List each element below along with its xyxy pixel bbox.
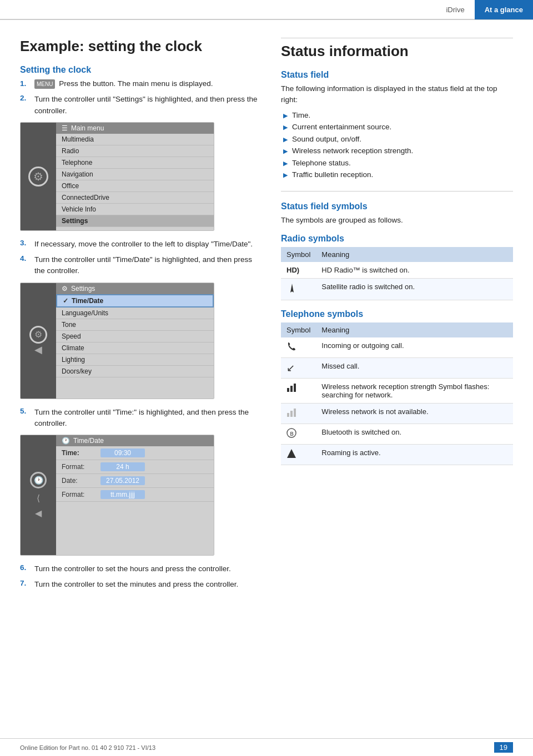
settings-item-timedate: ✓ Time/Date [56, 294, 214, 308]
settings-gear-small: ⚙ [62, 285, 68, 293]
timedate-row-format1: Format: 24 h [56, 460, 214, 474]
timedate-right-panel: 🕐 Time/Date Time: 09:30 Format: 24 h Dat… [56, 435, 214, 555]
step-5-num: 5. [20, 407, 32, 415]
svg-text:ʙ: ʙ [290, 430, 294, 437]
settings-left-panel: ⚙ ◀ [21, 283, 56, 399]
left-column: Example: setting the clock Setting the c… [20, 38, 259, 595]
tel-row-signal: Wireless network reception strength Symb… [281, 379, 513, 404]
radio-col-symbol: Symbol [281, 247, 316, 262]
telephone-symbols-title: Telephone symbols [281, 309, 513, 319]
timedate-bracket-icon: ⟨ [37, 493, 40, 503]
svg-rect-4 [287, 413, 289, 417]
menu-item-connecteddrive: ConnectedDrive [56, 192, 214, 204]
bullet-traffic: ▶ Traffic bulletin reception. [281, 169, 513, 181]
nav-at-a-glance[interactable]: At a glance [475, 0, 533, 19]
bullet-sound: ▶ Sound output, on/off. [281, 133, 513, 145]
timedate-arrow-icon: ◀ [35, 508, 42, 518]
settings-item-lighting: Lighting [56, 354, 214, 366]
page-number: 19 [494, 742, 513, 753]
menu-item-vehicleinfo: Vehicle Info [56, 204, 214, 215]
svg-marker-0 [290, 284, 294, 293]
settings-gear-icon: ⚙ [29, 326, 47, 344]
tel-row-roaming: Roaming is active. [281, 445, 513, 465]
menu-item-telephone: Telephone [56, 157, 214, 169]
nav-idrive[interactable]: iDrive [436, 0, 474, 19]
top-nav: iDrive At a glance [0, 0, 533, 20]
menu-icon: MENU [34, 79, 55, 89]
list-icon: ☰ [62, 124, 68, 132]
step-2-text: Turn the controller until "Settings" is … [34, 94, 259, 117]
step-4-text: Turn the controller until "Time/Date" is… [34, 254, 259, 277]
step-6-wrap: 6. Turn the controller to set the hours … [20, 563, 259, 574]
bullet-wireless: ▶ Wireless network reception strength. [281, 145, 513, 157]
arrow-left-icon: ◀ [34, 344, 42, 356]
status-field-title: Status field [281, 70, 513, 80]
step-3-num: 3. [20, 239, 32, 247]
bullet-arrow-icon-4: ▶ [283, 147, 288, 157]
radio-symbol-satellite [281, 279, 316, 300]
telephone-symbols-table: Symbol Meaning Incoming or outgoing call… [281, 322, 513, 465]
step-3-wrap: 3. If necessary, move the controller to … [20, 239, 259, 250]
checkmark-icon: ✓ [63, 297, 68, 305]
tel-meaning-no-signal: Wireless network is not available. [316, 404, 513, 424]
settings-item-speed: Speed [56, 331, 214, 342]
settings-item-doors: Doors/key [56, 366, 214, 377]
tel-meaning-signal: Wireless network reception strength Symb… [316, 379, 513, 404]
footer-text: Online Edition for Part no. 01 40 2 910 … [20, 744, 155, 751]
settings-header: ⚙ Settings [56, 283, 214, 294]
tel-meaning-bluetooth: Bluetooth is switched on. [316, 424, 513, 445]
status-info-title: Status information [281, 43, 513, 60]
main-menu-screenshot: ⚙ ☰ Main menu Multimedia Radio Telephone… [20, 122, 214, 231]
tel-row-call: Incoming or outgoing call. [281, 337, 513, 358]
tel-symbol-roaming [281, 445, 316, 465]
setting-clock-subtitle: Setting the clock [20, 65, 259, 75]
steps-list: 1. MENU Press the button. The main menu … [20, 78, 259, 89]
settings-item-tone: Tone [56, 319, 214, 331]
radio-meaning-satellite: Satellite radio is switched on. [316, 279, 513, 300]
menu-item-settings: Settings [56, 215, 214, 227]
menu-item-radio: Radio [56, 145, 214, 157]
settings-item-climate: Climate [56, 342, 214, 354]
bullet-arrow-icon-6: ▶ [283, 170, 288, 180]
mid-divider [281, 191, 513, 191]
step-6-num: 6. [20, 563, 32, 572]
radio-symbols-table: Symbol Meaning HD) HD Radio™ is switched… [281, 247, 513, 300]
settings-right-panel: ⚙ Settings ✓ Time/Date Language/Units To… [56, 283, 214, 399]
tel-symbol-bluetooth: ʙ [281, 424, 316, 445]
timedate-clock-small: 🕐 [62, 437, 70, 445]
radio-meaning-hd: HD Radio™ is switched on. [316, 262, 513, 279]
tel-col-symbol: Symbol [281, 322, 316, 337]
step-3-text: If necessary, move the controller to the… [34, 239, 253, 250]
tel-row-missed: ↙ Missed call. [281, 358, 513, 379]
radio-row-satellite: Satellite radio is switched on. [281, 279, 513, 300]
timedate-row-time: Time: 09:30 [56, 446, 214, 460]
radio-col-meaning: Meaning [316, 247, 513, 262]
step-1: 1. MENU Press the button. The main menu … [20, 78, 259, 89]
svg-rect-1 [287, 388, 289, 392]
footer: Online Edition for Part no. 01 40 2 910 … [0, 738, 533, 756]
step-1-text: MENU Press the button. The main menu is … [34, 78, 213, 89]
bullet-entertainment: ▶ Current entertainment source. [281, 121, 513, 133]
radio-symbols-title: Radio symbols [281, 234, 513, 244]
svg-rect-6 [294, 409, 296, 417]
step-5-text: Turn the controller until "Time:" is hig… [34, 407, 259, 430]
step-7-text: Turn the controller to set the minutes a… [34, 579, 238, 590]
tel-meaning-roaming: Roaming is active. [316, 445, 513, 465]
settings-item-language: Language/Units [56, 308, 214, 319]
svg-rect-2 [290, 386, 293, 392]
bullet-arrow-icon-5: ▶ [283, 159, 288, 169]
bullet-arrow-icon: ▶ [283, 111, 288, 121]
menu-header: ☰ Main menu [56, 123, 214, 134]
main-content: Example: setting the clock Setting the c… [0, 20, 533, 617]
tel-symbol-no-signal [281, 404, 316, 424]
top-divider [281, 38, 513, 38]
timedate-clock-icon: 🕐 [30, 472, 47, 488]
step-2-wrap: 2. Turn the controller until "Settings" … [20, 94, 259, 117]
timedate-screenshot: 🕐 ⟨ ◀ 🕐 Time/Date Time: 09:30 Format: 24… [20, 435, 214, 556]
step-2-num: 2. [20, 94, 32, 102]
svg-rect-5 [290, 411, 293, 417]
menu-item-office: Office [56, 180, 214, 192]
tel-row-no-signal: Wireless network is not available. [281, 404, 513, 424]
step-1-num: 1. [20, 78, 32, 89]
tel-symbol-call [281, 337, 316, 358]
